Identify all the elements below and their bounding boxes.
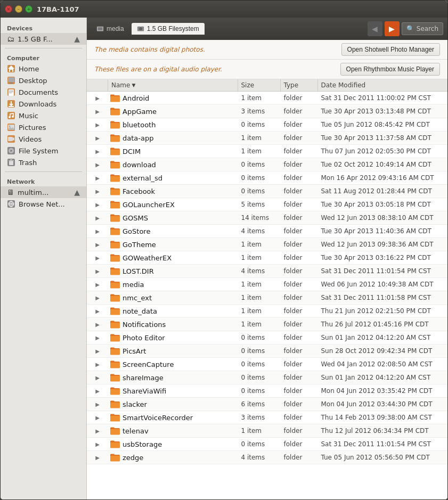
row-expand[interactable]: ▶ xyxy=(87,159,108,170)
table-row[interactable]: ▶ shareImage 0 itemsfolderSun 01 Jan 201… xyxy=(87,371,447,384)
row-expand[interactable]: ▶ xyxy=(87,173,108,184)
row-expand[interactable]: ▶ xyxy=(87,266,108,277)
row-expand[interactable]: ▶ xyxy=(87,306,108,317)
file-name: download xyxy=(123,161,156,169)
sidebar-item-desktop[interactable]: Desktop xyxy=(1,75,86,86)
file-type: folder xyxy=(281,345,318,357)
col-date-header[interactable]: Date Modified xyxy=(318,79,448,91)
row-expand[interactable]: ▶ xyxy=(87,292,108,304)
table-row[interactable]: ▶ nmc_ext 1 itemfolderSat 31 Dec 2011 11… xyxy=(87,291,447,305)
open-shotwell-button[interactable]: Open Shotwell Photo Manager xyxy=(341,43,440,56)
row-expand[interactable]: ▶ xyxy=(87,386,108,397)
table-row[interactable]: ▶ ScreenCapture 0 itemsfolderWed 04 Jan … xyxy=(87,358,447,371)
expand-icon: ▶ xyxy=(95,162,100,168)
sidebar-item-music[interactable]: Music xyxy=(1,110,86,121)
row-expand[interactable]: ▶ xyxy=(87,399,108,410)
row-expand[interactable]: ▶ xyxy=(87,93,108,104)
table-row[interactable]: ▶ media 1 itemfolderWed 06 Jun 2012 10:4… xyxy=(87,278,447,291)
row-expand[interactable]: ▶ xyxy=(87,226,108,237)
row-expand[interactable]: ▶ xyxy=(87,452,108,463)
table-row[interactable]: ▶ LOST.DIR 4 itemsfolderSat 31 Dec 2011 … xyxy=(87,265,447,278)
row-expand[interactable]: ▶ xyxy=(87,279,108,290)
table-row[interactable]: ▶ data-app 1 itemfolderTue 30 Apr 2013 1… xyxy=(87,132,447,145)
row-expand[interactable]: ▶ xyxy=(87,212,108,224)
close-button[interactable]: × xyxy=(5,5,12,13)
row-expand[interactable]: ▶ xyxy=(87,239,108,250)
info-text-photos: The media contains digital photos. xyxy=(94,46,205,53)
row-expand[interactable]: ▶ xyxy=(87,319,108,330)
eject-icon[interactable]: ▲ xyxy=(74,35,80,43)
search-button[interactable]: 🔍 Search xyxy=(402,22,443,35)
table-row[interactable]: ▶ ShareViaWifi 0 itemsfolderMon 04 Jun 2… xyxy=(87,384,447,398)
expand-icon: ▶ xyxy=(95,335,100,341)
file-name-cell: bluetooth xyxy=(108,118,238,131)
minimize-button[interactable]: – xyxy=(15,5,22,13)
table-row[interactable]: ▶ download 0 itemsfolderTue 02 Oct 2012 … xyxy=(87,158,447,171)
row-expand[interactable]: ▶ xyxy=(87,412,108,423)
table-row[interactable]: ▶ zedge 4 itemsfolderTue 05 Jun 2012 05:… xyxy=(87,451,447,464)
device-item-filesystem[interactable]: 🗂 1.5 GB F... ▲ xyxy=(1,33,86,45)
forward-button[interactable]: ▶ xyxy=(385,21,400,36)
table-row[interactable]: ▶ usbStorage 0 itemsfolderSat 31 Dec 201… xyxy=(87,438,447,451)
row-expand[interactable]: ▶ xyxy=(87,106,108,117)
row-expand[interactable]: ▶ xyxy=(87,199,108,210)
row-expand[interactable]: ▶ xyxy=(87,332,108,343)
folder-icon xyxy=(110,240,120,249)
table-row[interactable]: ▶ bluetooth 0 itemsfolderTue 05 Jun 2012… xyxy=(87,118,447,132)
row-expand[interactable]: ▶ xyxy=(87,252,108,264)
row-expand[interactable]: ▶ xyxy=(87,133,108,144)
file-date: Tue 05 Jun 2012 08:45:42 PM CDT xyxy=(318,119,448,130)
tab-media[interactable]: media xyxy=(91,23,129,35)
table-row[interactable]: ▶ Android 1 itemfolderSat 31 Dec 2011 11… xyxy=(87,92,447,105)
file-date: Thu 21 Jun 2012 02:21:50 PM CDT xyxy=(318,305,448,317)
row-expand[interactable]: ▶ xyxy=(87,186,108,197)
row-expand[interactable]: ▶ xyxy=(87,372,108,383)
table-row[interactable]: ▶ DCIM 1 itemfolderThu 07 Jun 2012 02:05… xyxy=(87,145,447,158)
file-date: Sat 31 Dec 2011 11:01:54 PM CST xyxy=(318,265,448,277)
table-row[interactable]: ▶ PicsArt 0 itemsfolderSun 28 Oct 2012 0… xyxy=(87,345,447,358)
row-expand[interactable]: ▶ xyxy=(87,146,108,157)
multim-eject-icon[interactable]: ▲ xyxy=(74,188,80,196)
table-row[interactable]: ▶ external_sd 0 itemsfolderMon 16 Apr 20… xyxy=(87,171,447,185)
sidebar-item-videos[interactable]: Videos xyxy=(1,133,86,145)
devices-section-label: Devices xyxy=(1,22,86,33)
table-row[interactable]: ▶ slacker 6 itemsfolderMon 04 Jun 2012 0… xyxy=(87,398,447,411)
file-type: folder xyxy=(281,159,318,170)
sidebar-item-trash[interactable]: Trash xyxy=(1,157,86,168)
sidebar-item-documents[interactable]: Documents xyxy=(1,86,86,98)
table-row[interactable]: ▶ AppGame 3 itemsfolderTue 30 Apr 2013 0… xyxy=(87,105,447,118)
sidebar-item-downloads[interactable]: Downloads xyxy=(1,98,86,110)
back-button[interactable]: ◀ xyxy=(368,21,382,36)
file-size: 3 items xyxy=(238,412,281,423)
sidebar-item-multim[interactable]: 🖥 multim... ▲ xyxy=(1,186,86,198)
table-row[interactable]: ▶ GOLauncherEX 5 itemsfolderTue 30 Apr 2… xyxy=(87,198,447,211)
row-expand[interactable]: ▶ xyxy=(87,346,108,357)
row-expand[interactable]: ▶ xyxy=(87,359,108,370)
table-row[interactable]: ▶ GoTheme 1 itemfolderWed 12 Jun 2013 09… xyxy=(87,238,447,251)
row-expand[interactable]: ▶ xyxy=(87,425,108,437)
open-rhythmbox-button[interactable]: Open Rhythmbox Music Player xyxy=(340,63,440,76)
row-expand[interactable]: ▶ xyxy=(87,439,108,450)
file-date: Thu 12 Jul 2012 06:34:34 PM CDT xyxy=(318,425,448,437)
table-row[interactable]: ▶ note_data 1 itemfolderThu 21 Jun 2012 … xyxy=(87,305,447,318)
sidebar-item-home[interactable]: Home xyxy=(1,63,86,75)
sidebar-item-browsenet[interactable]: Browse Net... xyxy=(1,198,86,210)
tab-filesystem[interactable]: 1.5 GB Filesystem xyxy=(132,23,205,35)
table-row[interactable]: ▶ telenav 1 itemfolderThu 12 Jul 2012 06… xyxy=(87,424,447,438)
sidebar-item-filesystem[interactable]: File System xyxy=(1,145,86,157)
maximize-button[interactable]: + xyxy=(25,5,32,13)
table-row[interactable]: ▶ GOSMS 14 itemsfolderWed 12 Jun 2013 08… xyxy=(87,211,447,225)
sidebar-item-pictures[interactable]: Pictures xyxy=(1,121,86,133)
table-row[interactable]: ▶ GoStore 4 itemsfolderTue 30 Apr 2013 1… xyxy=(87,225,447,238)
col-size-header[interactable]: Size xyxy=(238,79,281,91)
table-row[interactable]: ▶ Facebook 0 itemsfolderSat 11 Aug 2012 … xyxy=(87,185,447,198)
table-row[interactable]: ▶ Photo Editor 0 itemsfolderSun 01 Jan 2… xyxy=(87,331,447,345)
table-row[interactable]: ▶ Notifications 1 itemfolderThu 26 Jul 2… xyxy=(87,318,447,331)
folder-icon xyxy=(110,214,120,222)
col-name-header[interactable]: Name ▼ xyxy=(108,79,238,91)
col-type-header[interactable]: Type xyxy=(281,79,318,91)
table-row[interactable]: ▶ GOWeatherEX 1 itemfolderTue 30 Apr 201… xyxy=(87,251,447,265)
row-expand[interactable]: ▶ xyxy=(87,119,108,130)
expand-icon: ▶ xyxy=(95,268,100,274)
table-row[interactable]: ▶ SmartVoiceRecorder 3 itemsfolderThu 14… xyxy=(87,411,447,424)
